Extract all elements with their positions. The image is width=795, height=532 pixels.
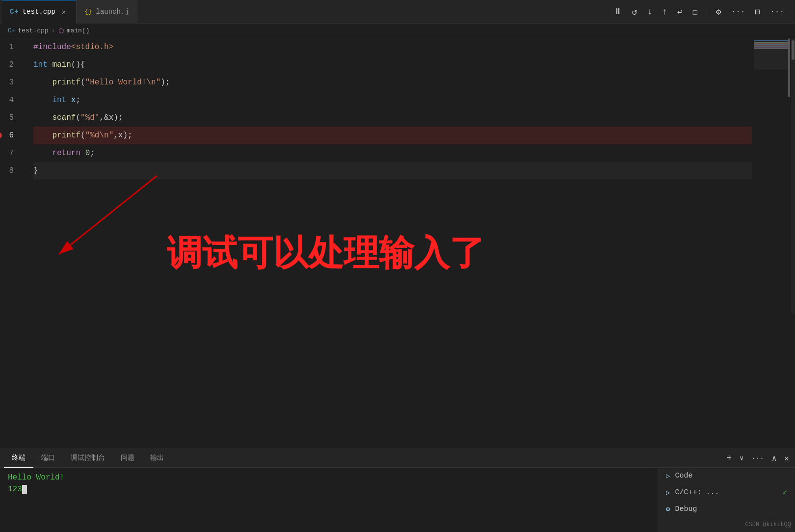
- token-main: main: [48, 56, 71, 74]
- breakpoint-dot: [0, 133, 2, 138]
- token-int-2: int: [52, 91, 66, 109]
- right-panel-code[interactable]: ▷ Code: [658, 468, 795, 484]
- tab-problems-label: 问题: [121, 453, 134, 462]
- breadcrumb-function[interactable]: main(): [67, 27, 90, 34]
- step-over-button[interactable]: ↓: [644, 5, 655, 19]
- tab-launch-json[interactable]: {} launch.j: [77, 0, 137, 24]
- breadcrumb: C+ test.cpp › ⬡ main(): [0, 24, 795, 38]
- right-panel-cpp[interactable]: ▷ C/C++: ... ✓: [658, 484, 795, 501]
- minimap: [752, 38, 791, 313]
- token-semi-4: ;: [76, 91, 80, 109]
- token-str-d: "%d": [80, 109, 99, 127]
- line-num-7: 7: [0, 144, 22, 162]
- pause-button[interactable]: ⏸: [610, 4, 625, 19]
- code-line-5: scanf("%d",&x);: [33, 109, 752, 127]
- token-comma-x: ,x);: [113, 127, 132, 144]
- breadcrumb-function-icon: ⬡: [58, 27, 64, 35]
- tab-label-test-cpp: test.cpp: [23, 8, 55, 16]
- tab-output[interactable]: 输出: [142, 449, 172, 468]
- token-indent-7: [33, 144, 52, 162]
- terminal-more-button[interactable]: ···: [750, 452, 766, 464]
- line-num-6: 6: [0, 127, 22, 144]
- add-terminal-button[interactable]: +: [724, 452, 734, 465]
- token-printf-1: printf: [52, 74, 80, 91]
- minimap-content: [754, 40, 789, 70]
- step-into-button[interactable]: ↑: [659, 5, 670, 19]
- tab-bar: C + test.cpp ✕ {} launch.j ⏸ ↺ ↓ ↑ ↩ ☐ ⚙…: [0, 0, 795, 24]
- toolbar-separator: [707, 7, 707, 17]
- panel-close-button[interactable]: ✕: [782, 452, 791, 465]
- code-area[interactable]: #include<stdio.h> int main(){ printf("He…: [29, 38, 752, 313]
- token-zero: 0: [85, 144, 90, 162]
- token-semi-7: ;: [90, 144, 95, 162]
- line-num-1: 1: [0, 38, 22, 56]
- token-paren-3: (: [80, 74, 85, 91]
- tab-ports[interactable]: 端口: [33, 449, 63, 468]
- token-indent-4: [33, 91, 52, 109]
- cpp-run-icon: ▷: [666, 488, 670, 497]
- token-int-1: int: [33, 56, 48, 74]
- toolbar: ⏸ ↺ ↓ ↑ ↩ ☐ ⚙ ··· ⊟ ···: [610, 4, 793, 19]
- terminal-text-hello: Hello World!: [8, 473, 64, 482]
- code-line-8: }: [33, 162, 752, 180]
- cpp-breadcrumb-icon: C+: [8, 27, 15, 34]
- token-close-brace: }: [33, 162, 38, 180]
- overflow-icon[interactable]: ···: [767, 5, 787, 18]
- stop-button[interactable]: ☐: [689, 4, 701, 19]
- editor-scrollbar-thumb[interactable]: [792, 40, 795, 60]
- tab-debug-console[interactable]: 调试控制台: [63, 449, 113, 468]
- close-tab-test-cpp[interactable]: ✕: [59, 7, 68, 16]
- token-paren-5: (: [76, 109, 80, 127]
- token-printf-2: printf: [52, 127, 80, 144]
- panel-tabs: 终端 端口 调试控制台 问题 输出 + ∨ ··· ∧ ✕: [0, 449, 795, 468]
- check-icon: ✓: [783, 488, 787, 497]
- token-close-3: );: [160, 74, 170, 91]
- token-include-kw: #include: [33, 38, 71, 56]
- restart-button[interactable]: ↺: [629, 4, 640, 19]
- right-panel-debug-label: Debug: [675, 505, 697, 513]
- token-return: return: [52, 144, 80, 162]
- editor-scrollbar[interactable]: [791, 38, 795, 313]
- bottom-panel: 终端 端口 调试控制台 问题 输出 + ∨ ··· ∧ ✕: [0, 449, 795, 532]
- gear-icon[interactable]: ⚙: [713, 4, 724, 19]
- token-paren-6: (: [80, 127, 85, 144]
- code-run-icon: ▷: [666, 472, 670, 480]
- token-amp: ,&x);: [99, 109, 123, 127]
- more-button[interactable]: ···: [728, 5, 748, 18]
- breadcrumb-file[interactable]: test.cpp: [18, 27, 48, 34]
- token-str-hello: "Hello World!\n": [85, 74, 161, 91]
- layout-icon[interactable]: ⊟: [752, 4, 763, 19]
- line-num-4: 4: [0, 91, 22, 109]
- tab-terminal[interactable]: 终端: [4, 449, 33, 468]
- terminal-dropdown-button[interactable]: ∨: [738, 452, 745, 464]
- line-num-3: 3: [0, 74, 22, 91]
- panel-controls: + ∨ ··· ∧ ✕: [724, 452, 791, 465]
- tab-debug-label: 调试控制台: [71, 453, 105, 462]
- token-space-7: [80, 144, 85, 162]
- code-line-6: ● printf("%d\n",x);: [33, 127, 752, 144]
- right-panel-code-label: Code: [675, 472, 692, 480]
- json-icon: {}: [84, 8, 92, 15]
- code-line-4: int x;: [33, 91, 752, 109]
- right-panel-debug[interactable]: ⚙ Debug: [658, 501, 795, 517]
- code-line-2: int main(){: [33, 56, 752, 74]
- right-panel-cpp-label: C/C++: ...: [675, 488, 719, 497]
- line-num-5: 5: [0, 109, 22, 127]
- terminal-text-123: 123: [8, 485, 22, 494]
- code-line-3: printf("Hello World!\n");: [33, 74, 752, 91]
- step-out-button[interactable]: ↩: [674, 4, 686, 19]
- scroll-indicator[interactable]: [788, 38, 790, 97]
- token-str-dn: "%d\n": [85, 127, 114, 144]
- tab-test-cpp[interactable]: C + test.cpp ✕: [2, 0, 77, 24]
- token-indent-3: [33, 74, 52, 91]
- token-scanf: scanf: [52, 109, 76, 127]
- token-space-4: [66, 91, 71, 109]
- line-num-2: 2: [0, 56, 22, 74]
- panel-collapse-button[interactable]: ∧: [770, 452, 779, 465]
- token-main-paren: (){: [71, 56, 85, 74]
- token-indent-5: [33, 109, 52, 127]
- tab-ports-label: 端口: [41, 453, 55, 462]
- token-indent-6: [33, 127, 52, 144]
- tab-problems[interactable]: 问题: [113, 449, 142, 468]
- cpp-icon: C +: [10, 8, 19, 16]
